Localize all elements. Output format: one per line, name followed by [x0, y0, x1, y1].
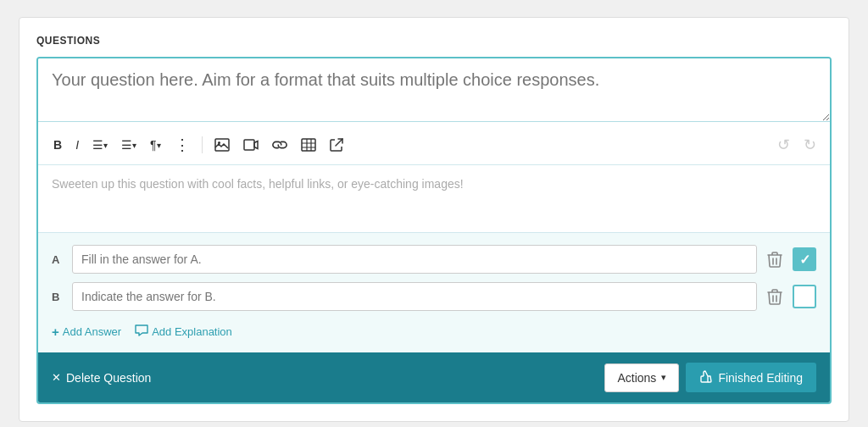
chat-icon: [135, 324, 148, 339]
image-button[interactable]: [209, 135, 235, 155]
editor-toolbar: B I ☰ ▾ ☰ ▾ ¶ ▾ ⋮: [38, 125, 830, 165]
answers-section: A B: [38, 233, 830, 352]
actions-row: + Add Answer Add Explanation: [52, 319, 816, 341]
italic-button[interactable]: I: [70, 135, 84, 155]
link-button[interactable]: [267, 136, 292, 154]
table-button[interactable]: [296, 135, 321, 155]
answer-row-b: B: [52, 282, 816, 311]
card-footer: ✕ Delete Question Actions ▾ Finished Edi…: [38, 352, 830, 402]
svg-rect-3: [302, 139, 315, 151]
answer-row-a: A: [52, 245, 816, 274]
question-card: B I ☰ ▾ ☰ ▾ ¶ ▾ ⋮: [36, 57, 832, 404]
section-title: QUESTIONS: [36, 35, 832, 47]
unordered-list-button[interactable]: ☰ ▾: [116, 135, 142, 155]
bold-button[interactable]: B: [48, 135, 67, 155]
svg-rect-2: [244, 140, 254, 150]
video-button[interactable]: [238, 136, 264, 154]
more-button[interactable]: ⋮: [170, 132, 195, 158]
footer-right: Actions ▾ Finished Editing: [604, 363, 816, 392]
redo-button[interactable]: ↻: [800, 132, 820, 158]
answer-input-b[interactable]: [72, 282, 757, 311]
editor-placeholder: Sweeten up this question with cool facts…: [52, 177, 464, 191]
plus-icon: +: [52, 324, 59, 339]
add-explanation-label: Add Explanation: [152, 325, 232, 338]
finished-editing-button[interactable]: Finished Editing: [686, 363, 816, 392]
finished-editing-label: Finished Editing: [718, 371, 803, 385]
dropdown-arrow-icon: ▾: [661, 372, 666, 383]
toolbar-left: B I ☰ ▾ ☰ ▾ ¶ ▾ ⋮: [48, 132, 348, 158]
delete-question-button[interactable]: ✕ Delete Question: [52, 371, 151, 385]
delete-question-label: Delete Question: [66, 371, 151, 385]
answer-input-a[interactable]: [72, 245, 757, 274]
question-textarea[interactable]: [38, 58, 830, 122]
undo-button[interactable]: ↺: [774, 132, 793, 158]
add-answer-label: Add Answer: [63, 325, 121, 338]
ordered-list-button[interactable]: ☰ ▾: [87, 135, 113, 155]
thumbs-up-icon: [699, 369, 713, 385]
delete-answer-b-button[interactable]: [764, 285, 786, 308]
actions-dropdown-button[interactable]: Actions ▾: [604, 363, 679, 392]
page-container: QUESTIONS B I ☰ ▾ ☰ ▾ ¶ ▾ ⋮: [19, 17, 849, 422]
editor-body[interactable]: Sweeten up this question with cool facts…: [38, 165, 830, 233]
toolbar-divider: [202, 136, 203, 153]
answer-check-a[interactable]: [793, 247, 816, 271]
answer-check-b[interactable]: [793, 285, 816, 308]
x-icon: ✕: [52, 371, 61, 384]
external-link-button[interactable]: [325, 135, 348, 155]
svg-line-8: [336, 139, 342, 146]
delete-answer-a-button[interactable]: [764, 247, 786, 271]
add-explanation-button[interactable]: Add Explanation: [135, 324, 232, 339]
actions-label: Actions: [617, 371, 656, 385]
paragraph-button[interactable]: ¶ ▾: [145, 135, 166, 155]
add-answer-button[interactable]: + Add Answer: [52, 324, 121, 339]
answer-label-a: A: [52, 253, 65, 266]
toolbar-right: ↺ ↻: [774, 132, 820, 158]
answer-label-b: B: [52, 291, 65, 303]
